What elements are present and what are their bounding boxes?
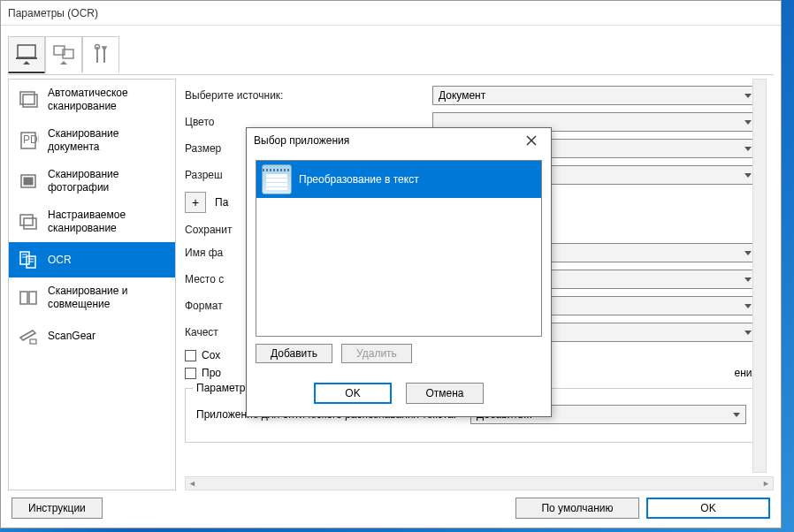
list-item[interactable]: Преобразование в текст <box>256 161 541 198</box>
svg-rect-13 <box>20 215 33 225</box>
svg-rect-23 <box>30 339 36 344</box>
dialog-delete-button[interactable]: Удалить <box>341 344 412 363</box>
computer-icon <box>14 43 39 66</box>
tab-scan-device[interactable] <box>45 36 82 73</box>
checkbox-save-label: Сох <box>202 349 220 361</box>
sidebar-item-label: OCR <box>48 254 72 267</box>
sidebar-item-label: Сканирование фотографии <box>48 168 166 194</box>
top-tab-bar <box>8 36 774 75</box>
dialog-footer: OK Отмена <box>247 370 551 416</box>
sidebar-item-auto-scan[interactable]: Автоматическое сканирование <box>9 80 175 120</box>
sidebar-item-label: Сканирование документа <box>48 127 166 154</box>
sidebar-item-custom-scan[interactable]: Настраиваемое сканирование <box>9 201 175 242</box>
tab-scan-computer[interactable] <box>8 36 45 73</box>
photo-icon <box>18 171 39 192</box>
dialog-ok-button[interactable]: OK <box>314 383 392 404</box>
sidebar-item-label: Настраиваемое сканирование <box>48 209 166 235</box>
sidebar-item-ocr[interactable]: OCR <box>9 242 175 277</box>
custom-scan-icon <box>18 211 39 232</box>
sidebar-item-label: Автоматическое сканирование <box>48 87 166 113</box>
svg-rect-22 <box>29 292 36 304</box>
svg-rect-1 <box>16 57 37 59</box>
color-label: Цвето <box>185 116 424 128</box>
source-label: Выберите источник: <box>185 89 424 102</box>
sidebar-item-label: Сканирование и совмещение <box>48 285 166 311</box>
pdf-icon: PDF <box>18 130 39 151</box>
sidebar-item-photo-scan[interactable]: Сканирование фотографии <box>9 161 175 201</box>
plus-label: Па <box>215 196 228 209</box>
stitch-icon <box>18 287 39 308</box>
instructions-button[interactable]: Инструкции <box>11 498 103 519</box>
plus-button[interactable]: + <box>185 192 206 213</box>
close-icon <box>526 135 537 146</box>
sidebar-item-doc-scan[interactable]: PDF Сканирование документа <box>9 120 175 161</box>
source-select[interactable]: Документ <box>432 86 758 105</box>
dialog-add-button[interactable]: Добавить <box>256 344 332 363</box>
svg-text:PDF: PDF <box>23 133 39 146</box>
device-icon <box>51 43 76 66</box>
dialog-titlebar: Выбор приложения <box>247 128 551 153</box>
titlebar: Параметры (OCR) <box>1 1 781 26</box>
tab-tools[interactable] <box>82 36 119 73</box>
checkbox-check[interactable] <box>185 368 196 379</box>
auto-scan-icon <box>18 89 39 110</box>
dialog-body: Преобразование в текст Добавить Удалить <box>247 153 551 370</box>
app-listbox[interactable]: Преобразование в текст <box>256 160 542 337</box>
ocr-icon <box>18 249 39 270</box>
svg-rect-21 <box>20 292 27 304</box>
sidebar: Автоматическое сканирование PDF Сканиров… <box>8 79 176 490</box>
defaults-button[interactable]: По умолчанию <box>515 498 639 519</box>
svg-rect-0 <box>18 45 35 57</box>
dialog-close-button[interactable] <box>519 131 544 150</box>
horizontal-scrollbar[interactable] <box>185 476 774 490</box>
list-item-label: Преобразование в текст <box>299 173 419 186</box>
sidebar-item-label: ScanGear <box>48 330 95 343</box>
dialog-title: Выбор приложения <box>254 134 349 147</box>
svg-rect-15 <box>20 252 29 264</box>
svg-rect-14 <box>24 218 36 229</box>
source-value: Документ <box>439 89 485 102</box>
ok-button[interactable]: OK <box>646 498 770 519</box>
app-select-dialog: Выбор приложения Преобразование в текст … <box>246 127 552 417</box>
bottom-bar: Инструкции По умолчанию OK <box>8 490 774 521</box>
sidebar-item-stitch[interactable]: Сканирование и совмещение <box>9 277 175 318</box>
dialog-cancel-button[interactable]: Отмена <box>406 383 484 404</box>
svg-rect-12 <box>24 178 33 185</box>
scangear-icon <box>18 325 39 346</box>
checkbox-save[interactable] <box>185 350 196 361</box>
sidebar-item-scangear[interactable]: ScanGear <box>9 318 175 353</box>
vertical-scrollbar[interactable] <box>752 79 767 473</box>
notepad-icon <box>262 164 292 194</box>
checkbox-check-label-prefix: Про <box>202 367 221 379</box>
tools-icon <box>88 43 113 66</box>
window-title: Параметры (OCR) <box>8 7 98 19</box>
